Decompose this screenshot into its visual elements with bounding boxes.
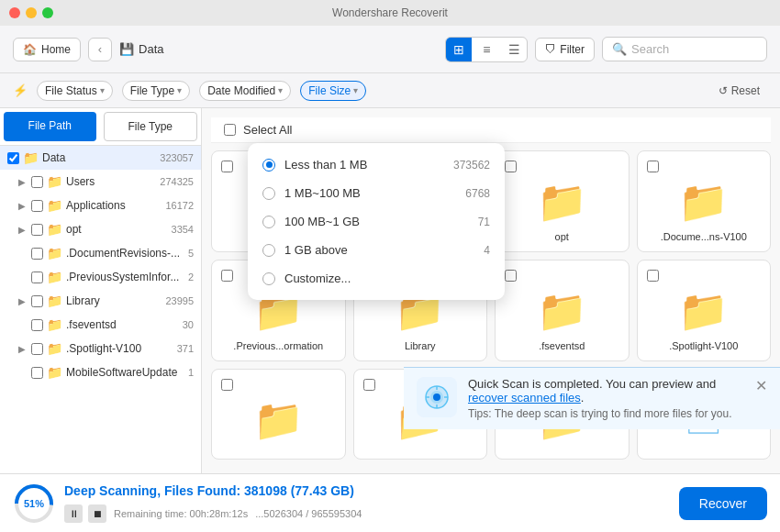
dropdown-item-customize[interactable]: Customize... bbox=[248, 264, 505, 293]
caret-icon: ▾ bbox=[278, 85, 283, 95]
status-bar: 51% Deep Scanning, Files Found: 381098 (… bbox=[0, 473, 780, 532]
folder-icon: 📁 bbox=[47, 341, 62, 356]
file-item[interactable]: 📁 opt bbox=[495, 150, 630, 252]
sidebar-item-opt[interactable]: ▶ 📁 opt 3354 bbox=[0, 217, 201, 241]
sidebar-item-previoussystem[interactable]: ▶ 📁 .PreviousSystemInfor... 2 bbox=[0, 265, 201, 289]
file-size-label: File Size bbox=[308, 84, 351, 97]
file-status-filter[interactable]: File Status ▾ bbox=[37, 81, 113, 101]
sidebar-item-count: 5 bbox=[188, 248, 194, 259]
list-view-button[interactable]: ☰ bbox=[501, 38, 527, 61]
file-item-checkbox[interactable] bbox=[221, 161, 233, 172]
sidebar-item-count: 16172 bbox=[165, 200, 194, 211]
filter-button[interactable]: ⛉ Filter bbox=[535, 38, 595, 61]
radio-1mb100mb bbox=[262, 187, 275, 200]
users-checkbox[interactable] bbox=[31, 176, 43, 188]
recover-button[interactable]: Recover bbox=[679, 487, 767, 520]
sidebar-item-label: .Spotlight-V100 bbox=[66, 342, 141, 355]
back-button[interactable]: ‹ bbox=[88, 38, 112, 61]
notification-close-button[interactable]: ✕ bbox=[755, 377, 767, 394]
sidebar-item-mobileupdate[interactable]: ▶ 📁 MobileSoftwareUpdate 1 bbox=[0, 360, 201, 384]
main-content: File Path File Type 📁 Data 323057 ▶ 📁 Us… bbox=[0, 108, 780, 473]
file-item-checkbox[interactable] bbox=[505, 161, 517, 172]
minimize-btn[interactable] bbox=[26, 7, 37, 18]
folder-icon: 📁 bbox=[47, 270, 62, 284]
file-area: Select All 📁 Users 📁 bbox=[202, 108, 780, 473]
scan-icon bbox=[417, 377, 457, 417]
mobileupdate-checkbox[interactable] bbox=[31, 367, 43, 379]
notif-link[interactable]: recover scanned files bbox=[468, 391, 581, 405]
fseventsd-checkbox[interactable] bbox=[31, 319, 43, 331]
dropdown-item-label: Less than 1 MB bbox=[284, 158, 367, 172]
select-all-label: Select All bbox=[243, 123, 292, 137]
file-item-checkbox[interactable] bbox=[505, 270, 517, 282]
file-item-label: .fseventsd bbox=[539, 340, 585, 351]
file-item-checkbox[interactable] bbox=[647, 270, 659, 282]
grid-view-button[interactable]: ⊞ bbox=[446, 38, 472, 61]
radio-1gbabove bbox=[262, 244, 275, 257]
file-item-checkbox[interactable] bbox=[221, 270, 233, 282]
file-item-checkbox[interactable] bbox=[647, 161, 659, 172]
sidebar-item-data[interactable]: 📁 Data 323057 bbox=[0, 146, 201, 170]
dropdown-item-100mb1gb[interactable]: 100 MB~1 GB 71 bbox=[248, 207, 505, 236]
scan-notification: Quick Scan is completed. You can preview… bbox=[404, 367, 780, 429]
stop-button[interactable]: ⏹ bbox=[88, 504, 106, 523]
caret-icon: ▾ bbox=[353, 85, 358, 95]
file-size-dropdown[interactable]: Less than 1 MB 373562 1 MB~100 MB 6768 1… bbox=[248, 143, 505, 300]
dropdown-item-1mb100mb[interactable]: 1 MB~100 MB 6768 bbox=[248, 179, 505, 207]
folder-icon: 📁 bbox=[678, 287, 729, 335]
file-item[interactable]: 📁 .fseventsd bbox=[495, 260, 630, 361]
dropdown-item-1gbabove[interactable]: 1 GB above 4 bbox=[248, 236, 505, 264]
file-type-label: File Type bbox=[130, 84, 174, 97]
sidebar-item-applications[interactable]: ▶ 📁 Applications 16172 bbox=[0, 194, 201, 217]
folder-icon: 📁 bbox=[47, 222, 62, 237]
sidebar-item-label: Users bbox=[66, 175, 95, 188]
close-btn[interactable] bbox=[9, 7, 20, 18]
expand-arrow-icon: ▶ bbox=[18, 225, 28, 235]
applications-checkbox[interactable] bbox=[31, 200, 43, 212]
sidebar-item-library[interactable]: ▶ 📁 Library 23995 bbox=[0, 289, 201, 313]
filter-funnel-icon: ⚡ bbox=[13, 83, 28, 97]
expand-arrow-icon: ▶ bbox=[18, 201, 28, 211]
home-button[interactable]: 🏠 Home bbox=[13, 38, 81, 61]
reset-button[interactable]: ↺ Reset bbox=[711, 82, 767, 100]
sidebar-item-docrevisions[interactable]: ▶ 📁 .DocumentRevisions-... 5 bbox=[0, 241, 201, 265]
dropdown-item-less1mb[interactable]: Less than 1 MB 373562 bbox=[248, 150, 505, 179]
data-checkbox[interactable] bbox=[7, 152, 19, 164]
search-box[interactable]: 🔍 Search bbox=[602, 37, 767, 61]
sidebar-item-count: 1 bbox=[188, 367, 194, 378]
file-item-checkbox[interactable] bbox=[221, 379, 233, 391]
file-item[interactable]: 📁 bbox=[211, 369, 346, 460]
docrev-checkbox[interactable] bbox=[31, 248, 43, 260]
spotlight-checkbox[interactable] bbox=[31, 343, 43, 355]
sidebar-item-spotlight[interactable]: ▶ 📁 .Spotlight-V100 371 bbox=[0, 337, 201, 360]
reset-label: Reset bbox=[731, 84, 760, 97]
prevsys-checkbox[interactable] bbox=[31, 272, 43, 283]
folder-icon: 📁 bbox=[253, 396, 304, 444]
dropdown-item-count: 6768 bbox=[465, 187, 490, 200]
dropdown-item-label: 1 GB above bbox=[284, 243, 348, 257]
tab-filepath[interactable]: File Path bbox=[4, 112, 96, 141]
file-type-filter[interactable]: File Type ▾ bbox=[122, 81, 190, 101]
files-size: (77.43 GB) bbox=[291, 483, 354, 498]
date-modified-label: Date Modified bbox=[207, 84, 275, 97]
sidebar-item-users[interactable]: ▶ 📁 Users 274325 bbox=[0, 170, 201, 194]
file-size-filter[interactable]: File Size ▾ bbox=[300, 81, 366, 101]
date-modified-filter[interactable]: Date Modified ▾ bbox=[199, 81, 291, 101]
opt-checkbox[interactable] bbox=[31, 224, 43, 236]
file-item-checkbox[interactable] bbox=[363, 379, 375, 391]
dropdown-item-count: 4 bbox=[484, 244, 490, 257]
sidebar-item-label: MobileSoftwareUpdate bbox=[66, 366, 177, 379]
dropdown-item-label: Customize... bbox=[284, 272, 351, 285]
pause-button[interactable]: ⏸ bbox=[64, 504, 83, 523]
maximize-btn[interactable] bbox=[42, 7, 53, 18]
library-checkbox[interactable] bbox=[31, 295, 43, 307]
tab-filetype[interactable]: File Type bbox=[104, 112, 198, 141]
folder-icon: 📁 bbox=[47, 246, 62, 260]
select-all-checkbox[interactable] bbox=[224, 124, 236, 136]
file-item[interactable]: 📁 .Docume...ns-V100 bbox=[637, 150, 772, 252]
sidebar-item-label: opt bbox=[66, 223, 82, 236]
sidebar-item-fseventsd[interactable]: ▶ 📁 .fseventsd 30 bbox=[0, 313, 201, 337]
compact-view-button[interactable]: ≡ bbox=[474, 38, 499, 61]
file-item[interactable]: 📁 .Spotlight-V100 bbox=[637, 260, 772, 361]
top-nav: 🏠 Home ‹ 💾 Data ⊞ ≡ ☰ ⛉ Filter 🔍 Search bbox=[0, 26, 780, 73]
